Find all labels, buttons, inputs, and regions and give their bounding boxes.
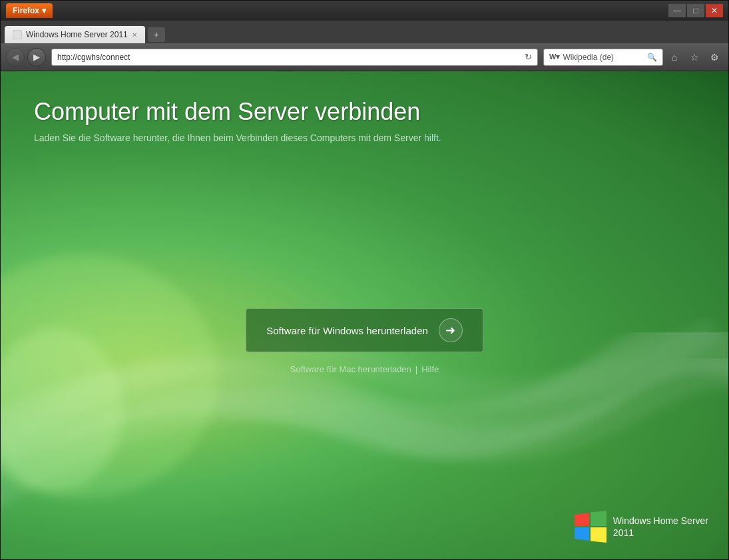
arrow-circle-icon: ➜: [439, 318, 463, 342]
addon-button[interactable]: ⚙: [706, 49, 723, 66]
subtitle-text: Laden Sie die Software herunter, die Ihn…: [34, 133, 424, 143]
titlebar: Firefox ▾ — □ ✕: [1, 1, 728, 21]
windows-brand-line1: Windows Home Server: [613, 515, 708, 527]
search-placeholder-text: Wikipedia (de): [563, 53, 644, 62]
tab-title: Windows Home Server 2011: [26, 30, 128, 39]
windows-logo-icon: [575, 511, 607, 543]
tabbar: Windows Home Server 2011 ✕ +: [1, 21, 728, 43]
search-bar[interactable]: W▾ Wikipedia (de) 🔍: [543, 49, 663, 66]
home-icon: ⌂: [672, 52, 677, 63]
browser-content: Computer mit dem Server verbinden Laden …: [1, 71, 728, 559]
window-controls: — □ ✕: [668, 4, 723, 17]
windows-brand-year: 2011: [613, 527, 708, 539]
new-tab-button[interactable]: +: [148, 27, 165, 42]
page-title: Computer mit dem Server verbinden: [34, 98, 695, 126]
windows-logo-text: Windows Home Server 2011: [613, 515, 708, 539]
navbar: ◀ ▶ http://cgwhs/connect ↻ W▾ Wikipedia …: [1, 43, 728, 71]
download-windows-label: Software für Windows herunterladen: [266, 325, 428, 336]
firefox-menu-button[interactable]: Firefox ▾: [6, 3, 53, 18]
addon-icon: ⚙: [710, 52, 719, 63]
active-tab[interactable]: Windows Home Server 2011 ✕: [5, 26, 145, 43]
page-content: Computer mit dem Server verbinden Laden …: [1, 71, 728, 559]
arrow-right-icon: ➜: [445, 323, 455, 338]
forward-button[interactable]: ▶: [27, 48, 46, 67]
reload-icon[interactable]: ↻: [525, 52, 532, 62]
secondary-links: Software für Mac herunterladen | Hilfe: [290, 364, 439, 374]
page-background: Computer mit dem Server verbinden Laden …: [1, 71, 728, 559]
maximize-button[interactable]: □: [687, 4, 704, 17]
center-actions: Software für Windows herunterladen ➜ Sof…: [34, 143, 695, 539]
bookmark-button[interactable]: ☆: [686, 49, 703, 66]
close-button[interactable]: ✕: [706, 4, 723, 17]
tab-favicon: [13, 30, 22, 39]
subtitle-link[interactable]: hilft.: [424, 133, 441, 143]
browser-window: Firefox ▾ — □ ✕ Windows Home Server 2011…: [0, 0, 729, 560]
download-windows-button[interactable]: Software für Windows herunterladen ➜: [246, 308, 483, 352]
page-subtitle: Laden Sie die Software herunter, die Ihn…: [34, 133, 695, 143]
firefox-label: Firefox: [13, 6, 39, 15]
help-link[interactable]: Hilfe: [421, 364, 439, 374]
tab-close-icon[interactable]: ✕: [132, 31, 137, 39]
url-text: http://cgwhs/connect: [57, 53, 525, 62]
forward-icon: ▶: [33, 52, 40, 62]
back-button[interactable]: ◀: [6, 48, 25, 67]
search-engine-prefix: W▾: [549, 53, 560, 61]
search-icon[interactable]: 🔍: [647, 53, 657, 62]
firefox-dropdown-icon: ▾: [42, 6, 46, 15]
url-bar[interactable]: http://cgwhs/connect ↻: [51, 49, 538, 66]
svg-rect-0: [13, 31, 21, 39]
back-icon: ◀: [12, 52, 19, 62]
minimize-button[interactable]: —: [668, 4, 686, 17]
download-mac-link[interactable]: Software für Mac herunterladen: [290, 364, 411, 374]
windows-branding: Windows Home Server 2011: [575, 511, 708, 543]
home-button[interactable]: ⌂: [666, 49, 683, 66]
bookmark-icon: ☆: [690, 52, 699, 63]
separator: |: [415, 364, 417, 374]
